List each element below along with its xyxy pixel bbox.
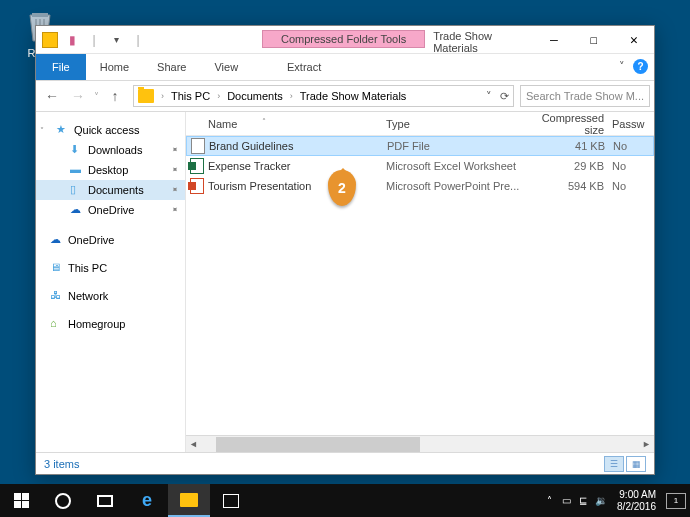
taskbar-explorer[interactable]	[168, 484, 210, 517]
network-icon: 🖧	[50, 289, 64, 303]
tab-file[interactable]: File	[36, 54, 86, 80]
icons-view-button[interactable]: ▦	[626, 456, 646, 472]
file-size: 594 KB	[526, 180, 612, 192]
folder-icon	[180, 493, 198, 507]
sidebar-item-downloads[interactable]: ⬇ Downloads ✦	[36, 140, 185, 160]
start-button[interactable]	[0, 484, 42, 517]
breadcrumb[interactable]: Trade Show Materials	[296, 90, 411, 102]
horizontal-scrollbar[interactable]: ◄ ►	[186, 435, 654, 452]
ribbon-tabs: File Home Share View Extract ˅ ?	[36, 54, 654, 81]
system-tray: ˄ ▭ ⊑ 🔉 9:00 AM 8/2/2016 1	[547, 489, 690, 512]
pdf-file-icon	[191, 138, 205, 154]
column-headers: Name˄ Type Compressed size Passw	[186, 112, 654, 136]
file-type: Microsoft PowerPoint Pre...	[386, 180, 526, 192]
file-row[interactable]: Tourism Presentation Microsoft PowerPoin…	[186, 176, 654, 196]
sidebar-item-desktop[interactable]: ▬ Desktop ✦	[36, 160, 185, 180]
cortana-button[interactable]	[42, 484, 84, 517]
tab-extract[interactable]: Extract	[273, 54, 335, 80]
chevron-right-icon[interactable]: ›	[214, 91, 223, 101]
sidebar-homegroup[interactable]: ⌂ Homegroup	[36, 314, 185, 334]
excel-file-icon	[190, 158, 204, 174]
scroll-thumb[interactable]	[216, 437, 420, 452]
column-type[interactable]: Type	[386, 118, 526, 130]
clock[interactable]: 9:00 AM 8/2/2016	[617, 489, 656, 512]
details-view-button[interactable]: ☰	[604, 456, 624, 472]
notification-count: 1	[674, 496, 678, 505]
sidebar-network[interactable]: 🖧 Network	[36, 286, 185, 306]
tab-view[interactable]: View	[200, 54, 252, 80]
item-count: 3 items	[44, 458, 79, 470]
scroll-left-icon[interactable]: ◄	[186, 439, 201, 449]
edge-icon: e	[142, 490, 152, 511]
column-size[interactable]: Compressed size	[526, 112, 612, 136]
file-row[interactable]: Brand Guidelines PDF File 41 KB No	[186, 136, 654, 156]
chevron-right-icon[interactable]: ›	[158, 91, 167, 101]
ribbon-collapse[interactable]: ˅	[619, 60, 625, 73]
volume-icon[interactable]: 🔉	[595, 495, 607, 506]
breadcrumb[interactable]: Documents	[223, 90, 287, 102]
chevron-down-icon[interactable]: ˅	[40, 126, 44, 135]
maximize-button[interactable]: ☐	[574, 26, 614, 53]
taskbar: e ˄ ▭ ⊑ 🔉 9:00 AM 8/2/2016 1	[0, 484, 690, 517]
sidebar-onedrive[interactable]: ☁ OneDrive	[36, 230, 185, 250]
file-size: 41 KB	[527, 140, 613, 152]
sidebar-this-pc[interactable]: 🖥 This PC	[36, 258, 185, 278]
history-dropdown[interactable]: ˅	[92, 91, 101, 102]
tab-home[interactable]: Home	[86, 54, 143, 80]
sidebar-item-onedrive[interactable]: ☁ OneDrive ✦	[36, 200, 185, 220]
address-dropdown[interactable]: ˅	[486, 90, 492, 103]
powerpoint-file-icon	[190, 178, 204, 194]
qat-customize[interactable]: ▾	[106, 30, 126, 50]
search-placeholder: Search Trade Show M...	[526, 90, 644, 102]
sidebar-item-documents[interactable]: ▯ Documents ✦	[36, 180, 185, 200]
column-password[interactable]: Passw	[612, 118, 654, 130]
network-icon[interactable]: ⊑	[579, 495, 587, 506]
window-title: Trade Show Materials	[425, 26, 534, 53]
file-name: Brand Guidelines	[209, 140, 387, 152]
up-button[interactable]: ↑	[103, 84, 127, 108]
minimize-button[interactable]: —	[534, 26, 574, 53]
pin-icon: ✦	[169, 144, 182, 157]
chevron-right-icon[interactable]: ›	[287, 91, 296, 101]
task-view-button[interactable]	[84, 484, 126, 517]
documents-icon: ▯	[70, 183, 84, 197]
file-type: Microsoft Excel Worksheet	[386, 160, 526, 172]
downloads-icon: ⬇	[70, 143, 84, 157]
tray-overflow[interactable]: ˄	[547, 495, 552, 506]
battery-icon[interactable]: ▭	[562, 495, 571, 506]
taskbar-edge[interactable]: e	[126, 484, 168, 517]
file-size: 29 KB	[526, 160, 612, 172]
file-password: No	[613, 140, 627, 152]
file-row[interactable]: Expense Tracker Microsoft Excel Workshee…	[186, 156, 654, 176]
back-button[interactable]: ←	[40, 84, 64, 108]
sidebar-item-label: Downloads	[88, 144, 142, 156]
task-view-icon	[97, 495, 113, 507]
qat-properties-icon[interactable]	[40, 30, 60, 50]
scroll-right-icon[interactable]: ►	[639, 439, 654, 449]
file-password: No	[612, 160, 626, 172]
sidebar-quick-access[interactable]: ˅ ★ Quick access	[36, 120, 185, 140]
sidebar-item-label: OneDrive	[68, 234, 114, 246]
refresh-button[interactable]: ⟳	[500, 90, 509, 103]
pin-icon: ✦	[169, 204, 182, 217]
store-icon	[223, 494, 239, 508]
forward-button[interactable]: →	[66, 84, 90, 108]
search-input[interactable]: Search Trade Show M...	[520, 85, 650, 107]
sidebar-item-label: Network	[68, 290, 108, 302]
column-name[interactable]: Name˄	[186, 118, 386, 130]
scroll-track[interactable]	[216, 437, 624, 452]
close-button[interactable]: ✕	[614, 26, 654, 53]
file-list: Brand Guidelines PDF File 41 KB No Expen…	[186, 136, 654, 435]
qat-new-icon[interactable]: ▮	[62, 30, 82, 50]
address-bar[interactable]: › This PC › Documents › Trade Show Mater…	[133, 85, 514, 107]
clock-date: 8/2/2016	[617, 501, 656, 513]
taskbar-store[interactable]	[210, 484, 252, 517]
onedrive-icon: ☁	[50, 233, 64, 247]
tab-share[interactable]: Share	[143, 54, 200, 80]
sidebar-item-label: Homegroup	[68, 318, 125, 330]
navigation-pane: ˅ ★ Quick access ⬇ Downloads ✦ ▬ Desktop…	[36, 112, 186, 452]
action-center-button[interactable]: 1	[666, 493, 686, 509]
desktop-icon: ▬	[70, 163, 84, 177]
help-icon[interactable]: ?	[633, 59, 648, 74]
breadcrumb[interactable]: This PC	[167, 90, 214, 102]
